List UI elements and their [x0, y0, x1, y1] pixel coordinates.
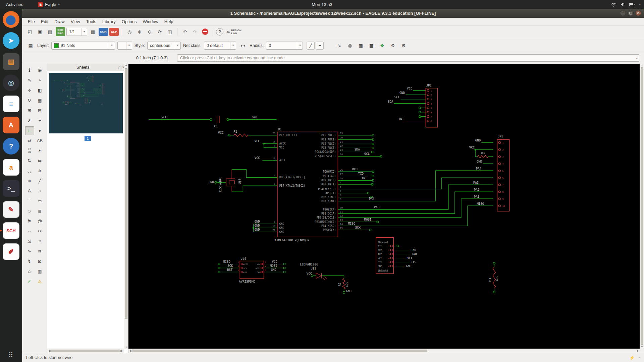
junction-dot[interactable]: [263, 143, 265, 144]
wire-tool[interactable]: ╱: [35, 177, 45, 185]
mirror-tool[interactable]: ◧: [35, 86, 45, 95]
display-tool[interactable]: ✎: [25, 76, 34, 85]
copy-tool[interactable]: ⊞: [25, 106, 34, 115]
group-tool[interactable]: ▦: [35, 96, 45, 105]
pinswap-tool[interactable]: ⇄: [25, 136, 34, 145]
label-tool[interactable]: ⚑: [25, 217, 34, 226]
minimize-button[interactable]: —: [620, 10, 626, 16]
wire-bend-button-1[interactable]: ╱: [307, 42, 315, 50]
stretch-tool[interactable]: ⇲: [25, 237, 34, 246]
command-line-input[interactable]: [177, 54, 639, 62]
miter-tool[interactable]: ◡: [25, 167, 34, 175]
launcher-writer-app[interactable]: ≡: [3, 96, 19, 112]
menu-draw[interactable]: Draw: [51, 18, 67, 25]
delete-tool[interactable]: ✗: [25, 116, 34, 125]
smash-tool[interactable]: ✶: [35, 146, 45, 155]
scroll-down-icon[interactable]: ▼: [641, 346, 643, 348]
arc-tool[interactable]: ⌒: [25, 197, 34, 205]
wire-style-select[interactable]: ▼: [117, 42, 132, 50]
dimension-tool[interactable]: ↔: [25, 227, 34, 236]
net-tool[interactable]: ∟: [25, 126, 34, 135]
menu-window[interactable]: Window: [140, 18, 161, 25]
save-button[interactable]: ▣: [36, 27, 44, 36]
launcher-amazon[interactable]: a: [3, 159, 19, 176]
script-button[interactable]: SCR: [99, 28, 108, 36]
zoom-select-button[interactable]: ◫: [165, 27, 174, 36]
radius-select[interactable]: 0 ▼: [266, 42, 303, 50]
redo-button[interactable]: ↷: [191, 27, 199, 36]
zoom-fit-button[interactable]: ◎: [125, 27, 134, 36]
node-icon[interactable]: ❖: [378, 41, 386, 50]
sch-brd-toggle[interactable]: SCRBRD: [56, 27, 65, 36]
settings-icon[interactable]: ⚙: [388, 41, 397, 50]
array-tool[interactable]: ⌗: [35, 237, 45, 246]
undo-button[interactable]: ↶: [180, 27, 189, 36]
schematic-canvas[interactable]: VCCGNDC1VCCR1VCCVCCGNDGNDGNDU1ATMEGA328P…: [128, 64, 640, 349]
launcher-camera-app[interactable]: ◎: [3, 74, 19, 91]
ulp-button[interactable]: ULP: [109, 28, 119, 36]
launcher-messaging-app[interactable]: ➤: [3, 32, 19, 49]
junction-dot[interactable]: [474, 149, 476, 150]
mark-tool[interactable]: ⌖: [35, 76, 45, 85]
preferences-icon[interactable]: ⚙: [399, 41, 408, 50]
text-tool[interactable]: A: [25, 187, 34, 195]
zoom-in-button[interactable]: ⊕: [135, 27, 144, 36]
launcher-firefox[interactable]: [3, 11, 19, 28]
style-select[interactable]: continuous ▼: [147, 42, 181, 50]
cut-tool[interactable]: ✂: [35, 227, 45, 236]
scroll-right-icon[interactable]: ▶: [121, 350, 123, 352]
detach-panel-icon[interactable]: ⤢: [117, 65, 121, 69]
value-tool[interactable]: R210k: [25, 146, 34, 155]
lock-tool[interactable]: ⊠: [35, 257, 45, 266]
activities-button[interactable]: Activities: [0, 2, 29, 7]
menu-options[interactable]: Options: [119, 18, 140, 25]
menu-help[interactable]: Help: [161, 18, 176, 25]
scroll-right-icon[interactable]: ▶: [637, 350, 639, 352]
frame-tool[interactable]: ⌂: [25, 267, 34, 276]
add-tool[interactable]: +: [35, 116, 45, 125]
scroll-up-icon[interactable]: ▲: [641, 64, 643, 67]
erc-tool[interactable]: ✓: [25, 277, 34, 286]
curve-icon[interactable]: ∿: [335, 41, 343, 50]
menu-tools[interactable]: Tools: [83, 18, 99, 25]
show-applications-button[interactable]: ⠿: [0, 351, 22, 359]
erc-errors-tool[interactable]: ⚠: [35, 277, 45, 286]
launcher-notes-app[interactable]: ✎: [3, 201, 19, 218]
grid-fine-icon[interactable]: ▩: [356, 41, 365, 50]
junction-dot[interactable]: [253, 227, 254, 229]
launcher-help-app[interactable]: ?: [3, 138, 19, 155]
stop-button[interactable]: [202, 28, 208, 35]
close-button[interactable]: ✕: [635, 10, 641, 16]
print-button[interactable]: ▤: [46, 27, 54, 36]
wire-bend-button-2[interactable]: ⌐: [316, 42, 324, 50]
menu-view[interactable]: View: [68, 18, 83, 25]
sheets-vertical-scrollbar[interactable]: ▲ ▼: [124, 64, 128, 349]
attribute-tool[interactable]: @: [35, 217, 45, 226]
invoke-tool[interactable]: ⊕: [25, 177, 34, 185]
grid-button[interactable]: ▦: [26, 41, 35, 50]
sheets-horizontal-scrollbar[interactable]: ◀ ▶: [47, 349, 124, 353]
sheet-tool[interactable]: ▥: [35, 267, 45, 276]
menu-edit[interactable]: Edit: [38, 18, 51, 25]
menu-library[interactable]: Library: [99, 18, 119, 25]
replace-tool[interactable]: ⇆: [35, 157, 45, 165]
netclass-select[interactable]: 0 default ▼: [204, 42, 236, 50]
rect-tool[interactable]: ▭: [35, 197, 45, 205]
launcher-software-store[interactable]: A: [3, 117, 19, 133]
zoom-tool-icon[interactable]: ◎: [345, 41, 354, 50]
info-tool[interactable]: ℹ: [25, 66, 34, 75]
key-icon[interactable]: ⊶: [238, 41, 247, 50]
paste-tool[interactable]: ⊟: [35, 106, 45, 115]
clock[interactable]: Mon 13:53: [312, 2, 332, 7]
open-button[interactable]: ◰: [25, 27, 34, 36]
launcher-eagle-tool[interactable]: ✐: [3, 243, 19, 260]
scroll-left-icon[interactable]: ◀: [48, 350, 50, 352]
zoom-out-button[interactable]: ⊖: [145, 27, 154, 36]
design-link-button[interactable]: ∞DESIGNLINK: [225, 28, 243, 36]
frame-button[interactable]: ▦: [89, 27, 97, 36]
app-menu[interactable]: E Eagle ▾: [38, 2, 60, 7]
circle-tool[interactable]: ○: [35, 187, 45, 195]
grid-coarse-icon[interactable]: ▩: [367, 41, 376, 50]
launcher-eagle-sch[interactable]: SCH: [3, 222, 19, 239]
chevron-down-icon[interactable]: ▾: [636, 57, 638, 60]
